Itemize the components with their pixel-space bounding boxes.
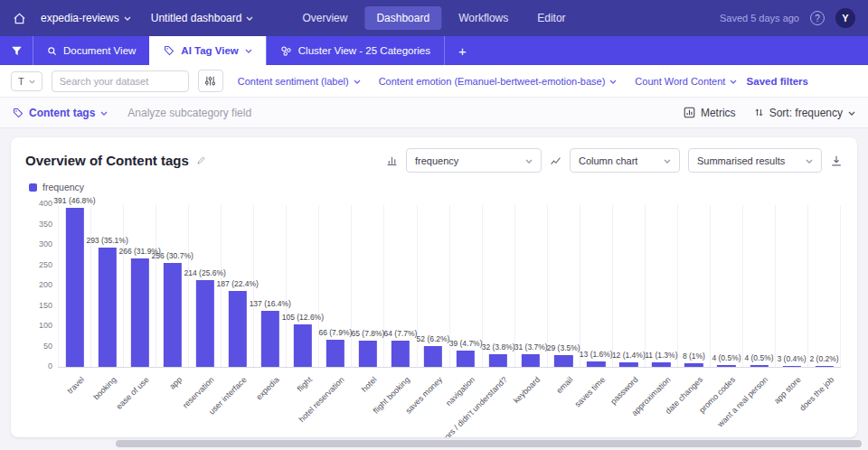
chart-category-cell: 3 (0.4%)app store [776,205,808,367]
chart-category-cell: 32 (3.8%)bugs / errors / didn't understa… [483,205,515,367]
sort-button[interactable]: Sort: frequency [754,107,855,119]
column-dropdown-content-emotion-emanuel-bertweet-emotion-base[interactable]: Content emotion (Emanuel-bertweet-emotio… [379,76,618,87]
text-field-selector[interactable]: T [11,71,42,91]
x-axis-label: app [167,375,184,391]
workspace-selector[interactable]: expedia-reviews [41,12,131,24]
chart-cells: 391 (46.8%)travel293 (35.1%)booking266 (… [58,205,841,367]
x-axis-label: saves time [573,375,607,408]
tab-cluster-view-25-categories[interactable]: Cluster View - 25 Categories [266,36,444,65]
bar-bugs-errors-didn-t-understand[interactable] [489,354,507,367]
metrics-icon [684,107,695,118]
card-header: Overview of Content tags frequency Colum… [25,148,843,173]
filter-settings-button[interactable] [198,70,223,92]
chevron-down-icon [246,16,253,21]
x-axis-label: ease of use [115,375,151,411]
card-title: Overview of Content tags [25,153,189,168]
bar-value-label: 8 (1%) [683,352,705,361]
metrics-button[interactable]: Metrics [684,107,736,119]
bar-user-interface[interactable] [229,291,247,367]
chevron-down-icon [806,159,813,164]
analyze-subcategory-field[interactable]: Analyze subcategory field [127,107,251,119]
bar-approximation[interactable] [652,362,670,367]
main-content: Overview of Content tags frequency Colum… [0,128,868,450]
bar-flight-booking[interactable] [392,341,410,367]
chart-category-cell: 65 (7.8%)hotel [352,205,384,367]
tab-ai-tag-view[interactable]: AI Tag View [149,36,265,65]
chart-category-cell: 2 (0.2%)does the job [808,205,841,367]
y-axis-tick-label: 100 [25,322,52,330]
results-select-value: Summarised results [697,155,785,166]
tag-icon [164,45,175,56]
search-icon [47,46,57,56]
add-view-button[interactable]: + [444,36,480,65]
bar-password[interactable] [619,362,637,367]
column-dropdown-count-word-content[interactable]: Count Word Content [635,76,737,87]
y-axis-tick-label: 350 [25,220,52,229]
chart-type-select[interactable]: Column chart [570,148,680,173]
y-axis-tick-label: 250 [25,261,52,269]
bar-promo-codes[interactable] [717,365,735,367]
download-icon[interactable] [830,155,843,167]
nav-workflows[interactable]: Workflows [447,6,520,30]
bar-want-a-real-person[interactable] [750,365,768,367]
chart-category-cell: 29 (3.5%)email [548,205,580,367]
bar-flight[interactable] [294,324,312,367]
x-axis-label: expedia [255,375,281,401]
horizontal-scrollbar[interactable] [116,440,862,447]
bar-date-changes[interactable] [684,363,703,367]
chart-category-cell: 266 (31.9%)ease of use [124,205,156,367]
bar-hotel[interactable] [359,341,377,367]
bar-keyboard[interactable] [522,354,540,367]
dataset-toolbar: T Content sentiment (label)Content emoti… [0,65,868,98]
bar-expedia[interactable] [261,311,279,367]
sort-icon [754,108,764,117]
y-axis-tick-label: 300 [25,240,52,248]
bar-value-label: 29 (3.5%) [547,344,580,352]
nav-editor[interactable]: Editor [525,6,577,30]
home-icon[interactable] [13,12,26,25]
bar-hotel-reservation[interactable] [326,340,344,367]
search-input[interactable] [52,70,189,92]
line-chart-icon [550,155,561,166]
chart-category-cell: 137 (16.4%)expedia [254,205,287,367]
bar-travel[interactable] [65,208,83,367]
bar-value-label: 13 (1.6%) [580,351,613,359]
dashboard-selector[interactable]: Untitled dashboard [151,12,254,24]
tab-document-view[interactable]: Document View [33,36,149,65]
legend-swatch [29,183,37,192]
view-tabbar: Document ViewAI Tag ViewCluster View - 2… [0,36,868,65]
bar-app-store[interactable] [782,366,800,367]
results-select[interactable]: Summarised results [688,148,822,173]
tab-label: AI Tag View [181,45,238,56]
chart-category-cell: 66 (7.9%)hotel reservation [319,205,352,367]
content-tags-selector[interactable]: Content tags [13,107,108,119]
bar-app[interactable] [164,263,182,367]
bar-ease-of-use[interactable] [130,258,148,367]
x-axis-label: email [554,375,574,395]
y-axis-tick-label: 150 [25,302,52,310]
chart-legend: frequency [29,182,843,192]
column-dropdown-content-sentiment-label[interactable]: Content sentiment (label) [238,76,361,87]
filter-funnel-icon[interactable] [0,36,33,65]
bar-email[interactable] [554,355,572,367]
chevron-down-icon [664,159,671,164]
nav-dashboard[interactable]: Dashboard [364,6,441,30]
bar-reservation[interactable] [196,280,214,367]
chart-category-cell: 4 (0.5%)want a real person [743,205,776,367]
y-axis-tick-label: 0 [25,362,52,370]
bar-navigation[interactable] [457,351,475,367]
metric-select[interactable]: frequency [406,148,542,173]
bar-booking[interactable] [98,248,116,367]
bar-saves-money[interactable] [424,346,442,367]
bar-does-the-job[interactable] [815,366,833,367]
x-axis-label: travel [65,375,86,396]
bar-value-label: 4 (0.5%) [712,354,741,362]
edit-title-icon[interactable] [196,155,206,165]
bar-saves-time[interactable] [587,361,605,367]
avatar[interactable]: Y [835,8,855,28]
saved-filters-button[interactable]: Saved filters [747,76,808,87]
workspace-name: expedia-reviews [41,12,119,24]
bar-value-label: 52 (6.2%) [417,335,450,343]
nav-overview[interactable]: Overview [290,6,359,30]
help-icon[interactable]: ? [810,11,825,25]
